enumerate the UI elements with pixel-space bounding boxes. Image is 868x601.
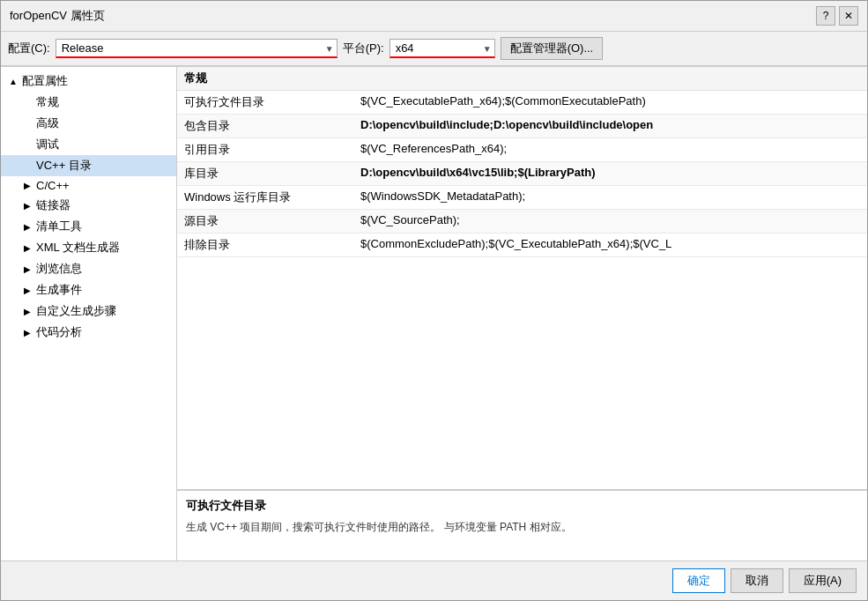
prop-name: 可执行文件目录 <box>177 91 353 115</box>
right-panel: 常规 可执行文件目录$(VC_ExecutablePath_x64);$(Com… <box>177 67 867 560</box>
config-select-wrap: Release ▼ <box>56 39 338 58</box>
tree-item-cpp[interactable]: ▶C/C++ <box>1 176 176 195</box>
expand-icon-build-events: ▶ <box>22 286 33 295</box>
platform-label: 平台(P): <box>343 41 384 56</box>
expand-icon-linker: ▶ <box>22 201 33 211</box>
main-body: ▲配置属性常规高级调试VC++ 目录▶C/C++▶链接器▶清单工具▶XML 文档… <box>1 66 867 560</box>
tree-item-code-analysis[interactable]: ▶代码分析 <box>1 322 176 343</box>
tree-label-cpp: C/C++ <box>36 179 70 192</box>
expand-icon-cpp: ▶ <box>22 181 33 190</box>
prop-name: 源目录 <box>177 210 353 234</box>
tree-label-debug: 调试 <box>36 137 59 152</box>
help-button[interactable]: ? <box>816 6 835 26</box>
tree-label-manifest: 清单工具 <box>36 219 82 234</box>
prop-name: 引用目录 <box>177 138 353 162</box>
prop-value: $(VC_SourcePath); <box>353 210 867 234</box>
title-bar-buttons: ? ✕ <box>816 6 858 26</box>
config-bar: 配置(C): Release ▼ 平台(P): x64 ▼ 配置管理器(O)..… <box>1 32 867 66</box>
description-area: 可执行文件目录 生成 VC++ 项目期间，搜索可执行文件时使用的路径。 与环境变… <box>177 490 867 560</box>
property-dialog: forOpenCV 属性页 ? ✕ 配置(C): Release ▼ 平台(P)… <box>0 0 868 601</box>
cancel-button[interactable]: 取消 <box>731 568 783 593</box>
tree-item-vc-dirs[interactable]: VC++ 目录 <box>1 155 176 176</box>
left-panel: ▲配置属性常规高级调试VC++ 目录▶C/C++▶链接器▶清单工具▶XML 文档… <box>1 67 177 560</box>
tree-item-custom-build[interactable]: ▶自定义生成步骤 <box>1 300 176 322</box>
close-button[interactable]: ✕ <box>839 6 858 26</box>
tree-item-browse[interactable]: ▶浏览信息 <box>1 258 176 279</box>
expand-icon-manifest: ▶ <box>22 222 33 232</box>
desc-title: 可执行文件目录 <box>186 498 858 514</box>
tree-item-linker[interactable]: ▶链接器 <box>1 195 176 216</box>
tree-label-general: 常规 <box>36 94 59 110</box>
prop-name: 库目录 <box>177 162 353 186</box>
prop-name: 排除目录 <box>177 234 353 257</box>
prop-value: D:\opencv\build\x64\vc15\lib;$(LibraryPa… <box>353 162 867 186</box>
table-row[interactable]: 排除目录$(CommonExcludePath);$(VC_Executable… <box>177 234 867 257</box>
table-row[interactable]: 可执行文件目录$(VC_ExecutablePath_x64);$(Common… <box>177 91 867 115</box>
prop-value: $(CommonExcludePath);$(VC_ExecutablePath… <box>353 234 867 257</box>
bottom-bar: 确定 取消 应用(A) <box>1 560 867 600</box>
section-title: 常规 <box>184 70 207 86</box>
tree-label-linker: 链接器 <box>36 197 70 213</box>
tree-label-browse: 浏览信息 <box>36 261 82 277</box>
table-row[interactable]: 引用目录$(VC_ReferencesPath_x64); <box>177 138 867 162</box>
tree-label-build-events: 生成事件 <box>36 282 82 298</box>
tree-item-general[interactable]: 常规 <box>1 92 176 113</box>
desc-text: 生成 VC++ 项目期间，搜索可执行文件时使用的路径。 与环境变量 PATH 相… <box>186 519 858 536</box>
section-header: 常规 <box>177 67 867 91</box>
tree-item-advanced[interactable]: 高级 <box>1 113 176 134</box>
tree-label-custom-build: 自定义生成步骤 <box>36 303 116 319</box>
prop-value: $(VC_ExecutablePath_x64);$(CommonExecuta… <box>353 91 867 115</box>
tree-label-advanced: 高级 <box>36 115 59 131</box>
tree-item-debug[interactable]: 调试 <box>1 134 176 155</box>
apply-button[interactable]: 应用(A) <box>789 568 857 593</box>
table-row[interactable]: 库目录D:\opencv\build\x64\vc15\lib;$(Librar… <box>177 162 867 186</box>
tree-item-manifest[interactable]: ▶清单工具 <box>1 216 176 237</box>
prop-value: $(WindowsSDK_MetadataPath); <box>353 186 867 210</box>
table-row[interactable]: Windows 运行库目录$(WindowsSDK_MetadataPath); <box>177 186 867 210</box>
prop-name: Windows 运行库目录 <box>177 186 353 210</box>
tree-item-xml[interactable]: ▶XML 文档生成器 <box>1 237 176 258</box>
tree-label-code-analysis: 代码分析 <box>36 324 82 340</box>
expand-icon-browse: ▶ <box>22 264 33 274</box>
tree-label-vc-dirs: VC++ 目录 <box>36 158 92 174</box>
config-select[interactable]: Release <box>56 39 338 58</box>
table-row[interactable]: 源目录$(VC_SourcePath); <box>177 210 867 234</box>
expand-icon-xml: ▶ <box>22 243 33 253</box>
tree-item-build-events[interactable]: ▶生成事件 <box>1 279 176 300</box>
platform-select-wrap: x64 ▼ <box>389 39 495 58</box>
table-row[interactable]: 包含目录D:\opencv\build\include;D:\opencv\bu… <box>177 115 867 138</box>
expand-icon-code-analysis: ▶ <box>22 328 33 338</box>
expand-icon-config-props: ▲ <box>8 77 19 86</box>
expand-icon-custom-build: ▶ <box>22 307 33 316</box>
prop-name: 包含目录 <box>177 115 353 138</box>
tree-label-config-props: 配置属性 <box>22 73 68 89</box>
platform-select[interactable]: x64 <box>389 39 495 58</box>
config-manager-button[interactable]: 配置管理器(O)... <box>501 37 604 60</box>
properties-table: 可执行文件目录$(VC_ExecutablePath_x64);$(Common… <box>177 91 867 490</box>
title-bar: forOpenCV 属性页 ? ✕ <box>1 1 867 32</box>
config-label: 配置(C): <box>8 41 50 56</box>
ok-button[interactable]: 确定 <box>672 568 725 593</box>
prop-value: $(VC_ReferencesPath_x64); <box>353 138 867 162</box>
tree-label-xml: XML 文档生成器 <box>36 240 120 256</box>
prop-value: D:\opencv\build\include;D:\opencv\build\… <box>353 115 867 138</box>
dialog-title: forOpenCV 属性页 <box>10 8 105 24</box>
tree-item-config-props[interactable]: ▲配置属性 <box>1 70 176 92</box>
